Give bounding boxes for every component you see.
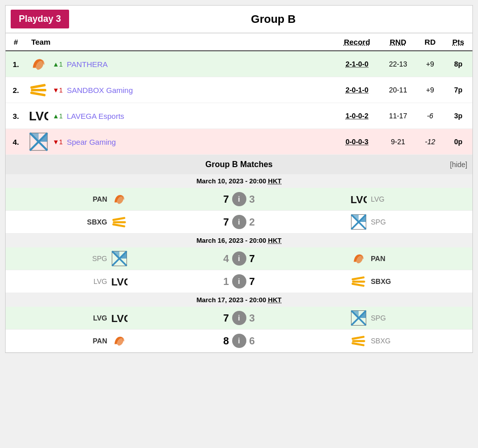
record-cell: 2-1-0-0 xyxy=(334,51,380,77)
svg-text:LVG: LVG xyxy=(111,312,128,324)
col-header-hash: # xyxy=(6,34,26,51)
standings-row: 3. LVG ▲1 LAVEGA Esports 1-0-0-2 11-17 -… xyxy=(6,103,472,129)
rnd-cell: 9-21 xyxy=(380,129,416,155)
left-team-logo: LVG xyxy=(111,310,128,326)
team-name[interactable]: LAVEGA Esports xyxy=(67,112,124,120)
match-row: SPG 4 i 7 PAN xyxy=(6,247,472,270)
svg-rect-13 xyxy=(113,221,126,223)
col-header-rd: RD xyxy=(416,34,444,51)
left-team-abbr: PAN xyxy=(92,195,107,203)
info-button[interactable]: i xyxy=(232,192,246,206)
right-team-abbr: PAN xyxy=(371,254,386,263)
rank-cell: 2. xyxy=(6,77,26,103)
team-name[interactable]: PANTHERA xyxy=(67,60,108,69)
col-header-record: Record xyxy=(334,34,380,51)
score-area: 4 i 7 xyxy=(128,251,350,266)
team-left: PAN xyxy=(16,191,128,207)
matches-container: March 10, 2023 - 20:00 HKT PAN 7 i 3 LVG… xyxy=(6,174,472,353)
standings-row: 4. ▼1 Spear Gaming 0-0-0-3 9-21 -12 0p xyxy=(6,129,472,155)
rank-cell: 3. xyxy=(6,103,26,129)
record-cell: 0-0-0-3 xyxy=(334,129,380,155)
info-button[interactable]: i xyxy=(232,334,246,348)
team-logo xyxy=(29,132,48,151)
score-right: 6 xyxy=(249,335,270,347)
right-team-logo xyxy=(350,310,367,326)
left-team-abbr: SBXG xyxy=(87,218,107,226)
left-team-abbr: LVG xyxy=(93,277,107,285)
team-logo: LVG xyxy=(29,106,48,125)
arrow-up-icon: ▲1 xyxy=(52,60,62,68)
pts-cell: 3p xyxy=(444,103,472,129)
match-row: PAN 7 i 3 LVG LVG xyxy=(6,188,472,211)
svg-text:LVG: LVG xyxy=(111,276,128,287)
score-area: 8 i 6 xyxy=(128,334,350,348)
team-row-cell: ▼1 SANDBOX Gaming xyxy=(29,80,331,100)
info-button[interactable]: i xyxy=(232,251,246,266)
score-right: 3 xyxy=(249,194,270,205)
right-team-logo xyxy=(350,214,367,230)
date-row: March 10, 2023 - 20:00 HKT xyxy=(6,174,472,188)
arrow-down-icon: ▼1 xyxy=(52,138,62,146)
rd-cell: +9 xyxy=(416,77,444,103)
team-name[interactable]: Spear Gaming xyxy=(67,138,116,146)
left-team-logo xyxy=(111,214,128,230)
info-button[interactable]: i xyxy=(232,311,246,325)
svg-rect-3 xyxy=(30,91,46,97)
match-row: SBXG 7 i 2 SPG xyxy=(6,211,472,234)
svg-text:LVG: LVG xyxy=(350,194,367,205)
svg-marker-19 xyxy=(359,215,366,222)
svg-text:LVG: LVG xyxy=(29,109,48,123)
svg-marker-34 xyxy=(352,311,359,318)
score-area: 1 i 7 xyxy=(128,274,350,289)
score-left: 8 xyxy=(209,335,229,347)
rank-cell: 4. xyxy=(6,129,26,155)
team-row-cell: ▼1 Spear Gaming xyxy=(29,132,331,151)
team-cell: LVG ▲1 LAVEGA Esports xyxy=(26,103,334,129)
score-right: 3 xyxy=(249,312,270,324)
info-button[interactable]: i xyxy=(232,215,246,229)
team-right: SBXG xyxy=(350,273,462,290)
team-left: LVG LVG xyxy=(16,273,128,290)
team-logo xyxy=(29,80,48,100)
record-cell: 1-0-0-2 xyxy=(334,103,380,129)
team-right: SPG xyxy=(350,214,462,230)
score-left: 7 xyxy=(209,194,229,205)
score-area: 7 i 3 xyxy=(128,192,350,206)
team-left: PAN xyxy=(16,333,128,349)
match-row: LVG LVG 7 i 3 SPG xyxy=(6,307,472,330)
score-area: 7 i 2 xyxy=(128,215,350,229)
left-team-logo xyxy=(111,333,128,349)
playday-badge: Playday 3 xyxy=(11,10,69,28)
arrow-up-icon: ▲1 xyxy=(52,112,62,120)
svg-rect-1 xyxy=(30,84,46,89)
left-team-abbr: PAN xyxy=(92,337,107,345)
pts-cell: 8p xyxy=(444,51,472,77)
score-left: 4 xyxy=(209,253,229,265)
svg-rect-38 xyxy=(352,340,365,342)
info-button[interactable]: i xyxy=(232,274,246,289)
timezone-label: HKT xyxy=(268,296,282,304)
rnd-cell: 22-13 xyxy=(380,51,416,77)
left-team-abbr: SPG xyxy=(92,254,107,263)
score-right: 7 xyxy=(249,276,270,287)
group-title: Group B xyxy=(79,13,467,26)
svg-marker-23 xyxy=(112,251,119,259)
team-right: LVG LVG xyxy=(350,191,462,207)
right-team-abbr: SBXG xyxy=(371,277,391,285)
left-team-logo: LVG xyxy=(111,273,128,290)
team-name[interactable]: SANDBOX Gaming xyxy=(67,86,133,94)
team-logo xyxy=(29,54,48,74)
left-team-abbr: LVG xyxy=(93,314,107,322)
col-header-rnd: RND xyxy=(380,34,416,51)
date-row: March 17, 2023 - 20:00 HKT xyxy=(6,293,472,307)
score-right: 7 xyxy=(249,253,270,265)
team-left: SBXG xyxy=(16,214,128,230)
team-left: SPG xyxy=(16,250,128,267)
hide-link[interactable]: [hide] xyxy=(450,161,467,169)
team-row-cell: ▲1 PANTHERA xyxy=(29,54,331,74)
standings-row: 1. ▲1 PANTHERA 2-1-0-0 22-13 +9 8p xyxy=(6,51,472,77)
right-team-logo: LVG xyxy=(350,191,367,207)
team-left: LVG LVG xyxy=(16,310,128,326)
score-area: 7 i 3 xyxy=(128,311,350,325)
right-team-logo xyxy=(350,250,367,267)
